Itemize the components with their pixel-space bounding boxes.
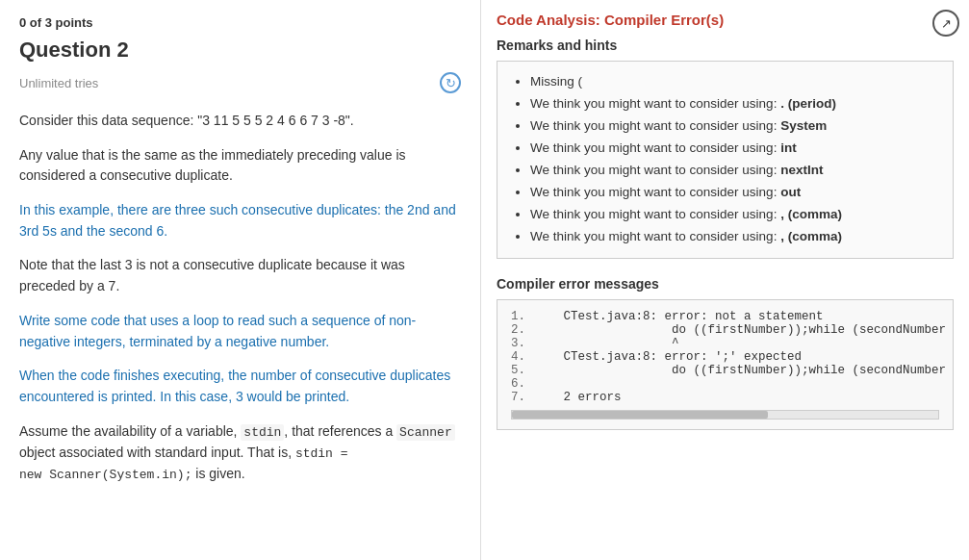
line-num-7: 7. [511, 391, 534, 404]
unlimited-tries-text: Unlimited tries [19, 76, 98, 90]
hint-item-5: We think you might want to consider usin… [530, 182, 937, 204]
remarks-label: Remarks and hints [497, 38, 954, 53]
compiler-line-7: 7. 2 errors [511, 391, 939, 404]
paragraph-1: Consider this data sequence: "3 11 5 5 5… [19, 111, 461, 132]
compiler-line-4: 4. CTest.java:8: error: ';' expected [511, 350, 939, 364]
scrollbar-thumb[interactable] [512, 411, 768, 419]
hints-box: Missing ( We think you might want to con… [497, 61, 954, 259]
right-panel-title: Code Analysis: Compiler Error(s) [497, 12, 954, 28]
hint-bold-3: int [780, 140, 797, 155]
hint-bold-7: , (comma) [780, 229, 842, 243]
compiler-error-box[interactable]: 1. CTest.java:8: error: not a statement … [497, 299, 954, 430]
code-stdin: stdin [241, 424, 284, 441]
compiler-line-3: 3. ^ [511, 337, 939, 350]
line-num-1: 1. [511, 310, 534, 323]
question-title: Question 2 [19, 38, 461, 63]
paragraph-5-text: Write some code that uses a loop to read… [19, 313, 416, 349]
hints-list: Missing ( We think you might want to con… [513, 71, 937, 248]
paragraph-6: When the code finishes executing, the nu… [19, 366, 461, 407]
hint-item-4: We think you might want to consider usin… [530, 160, 937, 182]
paragraph-6-text: When the code finishes executing, the nu… [19, 368, 450, 404]
line-num-4: 4. [511, 350, 534, 364]
hint-bold-1: . (period) [780, 96, 836, 111]
code-scanner: Scanner [396, 424, 455, 441]
hint-item-6: We think you might want to consider usin… [530, 204, 937, 226]
line-code-3: ^ [542, 337, 679, 350]
line-code-4: CTest.java:8: error: ';' expected [542, 350, 802, 364]
hint-bold-4: nextInt [780, 163, 823, 177]
horizontal-scrollbar[interactable] [511, 410, 939, 420]
line-code-5: do ((firstNumber));while (secondNumber = [542, 364, 954, 377]
line-num-2: 2. [511, 323, 534, 337]
compiler-line-5: 5. do ((firstNumber));while (secondNumbe… [511, 364, 939, 377]
line-code-2: do ((firstNumber));while (secondNumber = [542, 323, 954, 337]
compiler-label: Compiler error messages [497, 276, 954, 292]
code-new-scanner: stdin =new Scanner(System.in); [19, 446, 348, 482]
paragraph-3: In this example, there are three such co… [19, 200, 461, 242]
hint-bold-2: System [780, 118, 827, 133]
line-num-5: 5. [511, 364, 534, 377]
line-code-7: 2 errors [542, 391, 622, 404]
unlimited-tries-row: Unlimited tries ↻ [19, 72, 461, 93]
hint-bold-5: out [780, 185, 801, 199]
compiler-line-6: 6. [511, 377, 939, 391]
paragraph-2: Any value that is the same as the immedi… [19, 145, 461, 187]
compiler-line-2: 2. do ((firstNumber));while (secondNumbe… [511, 323, 939, 337]
line-code-1: CTest.java:8: error: not a statement [542, 310, 824, 323]
paragraph-3-text: In this example, there are three such co… [19, 202, 456, 239]
paragraph-7: Assume the availability of a variable, s… [19, 421, 461, 485]
right-panel: Code Analysis: Compiler Error(s) ↗ Remar… [481, 0, 969, 560]
left-panel: 0 of 3 points Question 2 Unlimited tries… [0, 0, 481, 560]
hint-item-1: We think you might want to consider usin… [530, 93, 937, 115]
line-num-6: 6. [511, 377, 534, 391]
paragraph-5: Write some code that uses a loop to read… [19, 311, 461, 352]
hint-item-2: We think you might want to consider usin… [530, 115, 937, 138]
hint-bold-6: , (comma) [780, 207, 842, 221]
question-body: Consider this data sequence: "3 11 5 5 5… [19, 111, 461, 485]
line-num-3: 3. [511, 337, 534, 350]
refresh-icon[interactable]: ↻ [440, 72, 461, 93]
points-label: 0 of 3 points [19, 15, 461, 30]
compiler-line-1: 1. CTest.java:8: error: not a statement [511, 310, 939, 323]
hint-item-0: Missing ( [530, 71, 937, 93]
paragraph-4: Note that the last 3 is not a consecutiv… [19, 255, 461, 296]
hint-item-3: We think you might want to consider usin… [530, 138, 937, 160]
expand-button[interactable]: ↗ [932, 10, 959, 37]
hint-item-7: We think you might want to consider usin… [530, 226, 937, 248]
